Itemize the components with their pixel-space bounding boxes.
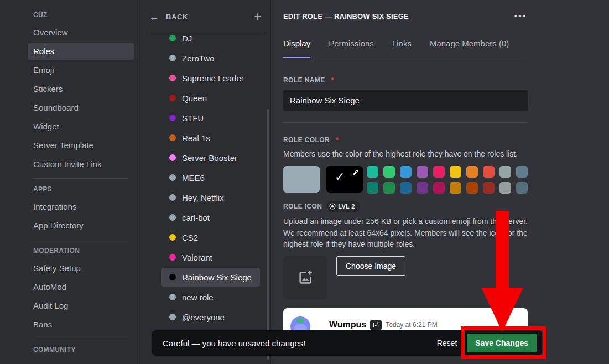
role-row-server-booster[interactable]: Server Booster	[161, 148, 260, 167]
required-asterisk: *	[331, 76, 334, 84]
color-swatch[interactable]	[383, 166, 395, 178]
color-swatch[interactable]	[450, 182, 461, 194]
create-role-plus-icon[interactable]: +	[254, 10, 262, 23]
sidebar-section-header-moderation: MODERATION	[28, 247, 134, 254]
color-swatch[interactable]	[516, 166, 528, 178]
sidebar-item-overview[interactable]: Overview	[28, 24, 134, 41]
color-swatch[interactable]	[516, 182, 528, 194]
sidebar-item-integrations[interactable]: Integrations	[28, 199, 134, 215]
sidebar-item-stickers[interactable]: Stickers	[28, 81, 134, 97]
boost-level-badge: LVL 2	[326, 201, 360, 212]
role-name-input[interactable]	[283, 90, 528, 111]
color-swatch[interactable]	[383, 182, 395, 194]
role-row-queen[interactable]: Queen	[161, 89, 260, 107]
image-plus-icon	[372, 321, 379, 329]
roles-list-panel: ← BACK + DJZeroTwoSupreme LeaderQueenSTF…	[139, 0, 271, 364]
color-swatch[interactable]	[417, 182, 428, 194]
sidebar-item-app-directory[interactable]: App Directory	[28, 217, 134, 234]
sidebar-item-automod[interactable]: AutoMod	[28, 279, 134, 295]
role-row-hey-netflix[interactable]: Hey, Netflix	[161, 188, 260, 207]
color-swatch[interactable]	[433, 182, 445, 194]
color-swatch[interactable]	[466, 182, 478, 194]
color-palette-grid	[367, 166, 528, 194]
sidebar-item-custom-invite-link[interactable]: Custom Invite Link	[28, 156, 134, 173]
tab-links[interactable]: Links	[392, 39, 412, 58]
sidebar-item-widget[interactable]: Widget	[28, 118, 134, 135]
sidebar-divider	[33, 178, 128, 179]
sidebar-item-safety-setup[interactable]: Safety Setup	[28, 260, 134, 277]
role-icon-badge	[370, 320, 382, 330]
back-arrow-icon[interactable]: ←	[149, 12, 159, 22]
role-row-everyone[interactable]: @everyone	[161, 308, 260, 326]
tab-display[interactable]: Display	[283, 39, 310, 58]
role-color-picker: ✓	[283, 166, 528, 194]
color-swatch[interactable]	[417, 166, 428, 178]
role-row-cs2[interactable]: CS2	[161, 228, 260, 247]
boost-gem-icon	[329, 203, 336, 210]
roles-list: DJZeroTwoSupreme LeaderQueenSTFUReal 1sS…	[140, 34, 270, 364]
tab-manage-members-0[interactable]: Manage Members (0)	[430, 39, 509, 58]
role-color-dot	[169, 234, 176, 241]
role-icon-upload-dropzone[interactable]	[283, 256, 327, 300]
color-swatch[interactable]	[483, 166, 495, 178]
role-name-label: Rainbow Six Siege	[182, 273, 252, 282]
tab-permissions[interactable]: Permissions	[329, 39, 374, 58]
role-row-valorant[interactable]: Valorant	[161, 248, 260, 267]
sidebar-item-roles[interactable]: Roles	[28, 43, 134, 60]
roles-panel-header: ← BACK +	[140, 0, 270, 33]
overflow-menu-icon[interactable]: •••	[514, 11, 531, 20]
color-swatch[interactable]	[466, 166, 478, 178]
role-name-label: Real 1s	[182, 133, 210, 143]
section-divider	[283, 122, 528, 123]
color-swatch[interactable]	[367, 166, 378, 178]
sidebar-item-bans[interactable]: Bans	[28, 316, 134, 333]
sidebar-item-emoji[interactable]: Emoji	[28, 62, 134, 79]
reset-button[interactable]: Reset	[427, 339, 467, 347]
role-row-mee6[interactable]: MEE6	[161, 168, 260, 187]
sidebar-divider	[33, 240, 128, 240]
role-row-rainbow-six-siege[interactable]: Rainbow Six Siege	[161, 268, 260, 287]
image-plus-icon	[297, 269, 314, 286]
role-row-stfu[interactable]: STFU	[161, 108, 260, 127]
role-color-dot	[169, 254, 176, 261]
color-swatch[interactable]	[450, 166, 461, 178]
role-row-dj[interactable]: DJ	[161, 34, 260, 48]
role-name-label: MEE6	[182, 173, 205, 183]
color-swatch[interactable]	[400, 166, 412, 178]
role-icon-label: ROLE ICON LVL 2	[283, 201, 360, 212]
color-swatch[interactable]	[499, 182, 511, 194]
choose-image-button[interactable]: Choose Image	[336, 256, 405, 276]
default-color-swatch[interactable]	[283, 166, 320, 193]
role-color-dot	[169, 174, 176, 181]
edit-role-panel: EDIT ROLE — RAINBOW SIX SIEGE ••• Displa…	[271, 0, 609, 364]
role-row-real-1s[interactable]: Real 1s	[161, 128, 260, 147]
role-name-label: ZeroTwo	[182, 54, 214, 63]
role-name-label: Hey, Netflix	[182, 193, 224, 202]
role-name-label: ROLE NAME*	[283, 76, 334, 84]
role-row-carl-bot[interactable]: carl-bot	[161, 208, 260, 227]
check-icon: ✓	[335, 171, 345, 183]
color-swatch[interactable]	[433, 166, 445, 178]
role-color-dot	[169, 154, 176, 161]
roles-scrollbar[interactable]	[267, 109, 269, 360]
sidebar-item-audit-log[interactable]: Audit Log	[28, 298, 134, 314]
role-name-label: Queen	[182, 93, 207, 103]
role-name-label: CS2	[182, 233, 198, 242]
sidebar-section-header-community: COMMUNITY	[28, 346, 134, 353]
sidebar-item-server-template[interactable]: Server Template	[28, 137, 134, 154]
role-row-supreme-leader[interactable]: Supreme Leader	[161, 69, 260, 87]
back-button[interactable]: BACK	[166, 13, 188, 21]
role-row-new-role[interactable]: new role	[161, 288, 260, 306]
role-color-dot	[169, 115, 176, 121]
save-changes-button[interactable]: Save Changes	[467, 334, 537, 352]
color-swatch[interactable]	[367, 182, 378, 194]
role-color-dot	[169, 75, 176, 81]
sidebar-item-soundboard[interactable]: Soundboard	[28, 100, 134, 116]
unsaved-changes-message: Careful — you have unsaved changes!	[163, 339, 427, 348]
color-swatch[interactable]	[400, 182, 412, 194]
role-row-zerotwo[interactable]: ZeroTwo	[161, 49, 260, 67]
color-swatch[interactable]	[483, 182, 495, 194]
color-swatch[interactable]	[499, 166, 511, 178]
custom-color-swatch[interactable]: ✓	[326, 166, 363, 193]
server-name-header: CUZ	[28, 11, 134, 19]
